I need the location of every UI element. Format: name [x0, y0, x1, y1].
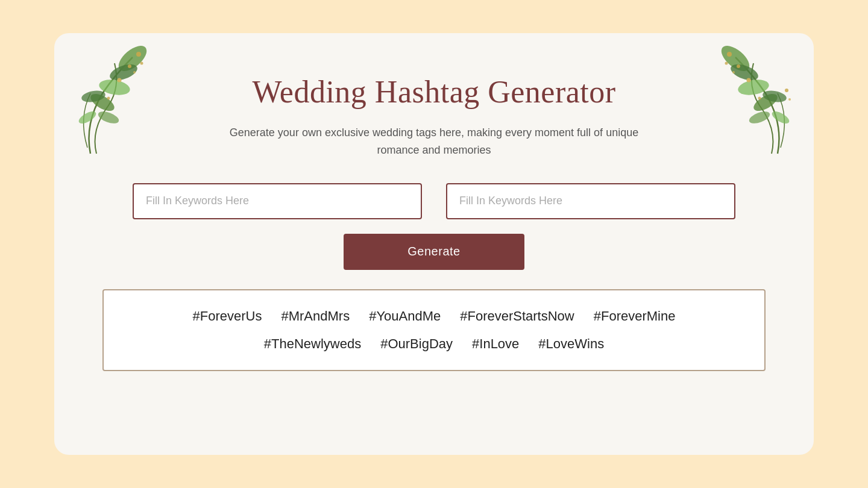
page-title: Wedding Hashtag Generator [252, 74, 615, 110]
svg-point-19 [770, 109, 791, 126]
svg-point-24 [732, 71, 735, 74]
floral-decoration-left [54, 33, 175, 166]
keyword-input-1[interactable] [133, 183, 422, 219]
hashtag-9: #LoveWins [538, 336, 604, 352]
svg-point-13 [717, 41, 754, 75]
svg-point-15 [737, 78, 770, 98]
svg-point-20 [727, 52, 732, 57]
svg-point-17 [762, 89, 788, 104]
svg-point-0 [115, 41, 151, 75]
hashtag-8: #InLove [472, 336, 519, 352]
svg-point-21 [737, 64, 740, 68]
svg-point-10 [140, 62, 143, 65]
keyword-input-2[interactable] [446, 183, 735, 219]
svg-point-23 [725, 62, 728, 65]
svg-point-4 [81, 89, 107, 104]
page-subtitle: Generate your own exclusive wedding tags… [223, 124, 645, 159]
hashtags-box: #ForeverUs #MrAndMrs #YouAndMe #ForeverS… [102, 289, 766, 371]
hashtag-3: #YouAndMe [369, 308, 441, 324]
svg-point-18 [747, 109, 771, 125]
hashtag-6: #TheNewlyweds [264, 336, 361, 352]
hashtags-row-1: #ForeverUs #MrAndMrs #YouAndMe #ForeverS… [128, 308, 740, 324]
hashtag-5: #ForeverMine [594, 308, 676, 324]
hashtags-row-2: #TheNewlyweds #OurBigDay #InLove #LoveWi… [128, 336, 740, 352]
svg-point-16 [751, 90, 780, 114]
svg-point-26 [785, 89, 788, 92]
svg-point-5 [96, 109, 120, 125]
svg-point-6 [77, 109, 98, 126]
floral-decoration-right [693, 33, 814, 166]
svg-point-2 [98, 78, 131, 98]
hashtag-7: #OurBigDay [380, 336, 453, 352]
svg-point-1 [108, 61, 140, 83]
inputs-row [102, 183, 766, 219]
svg-point-14 [729, 61, 761, 83]
hashtag-1: #ForeverUs [193, 308, 262, 324]
svg-point-7 [136, 52, 141, 57]
svg-point-9 [118, 78, 122, 83]
svg-point-11 [133, 71, 136, 74]
svg-point-22 [747, 78, 751, 83]
hashtag-4: #ForeverStartsNow [460, 308, 574, 324]
svg-point-12 [107, 97, 110, 100]
generate-button[interactable]: Generate [344, 234, 524, 270]
svg-point-27 [788, 98, 791, 101]
svg-point-8 [128, 64, 131, 68]
hashtag-2: #MrAndMrs [281, 308, 350, 324]
svg-point-3 [88, 90, 117, 114]
main-card: Wedding Hashtag Generator Generate your … [54, 33, 814, 455]
svg-point-25 [758, 97, 761, 100]
